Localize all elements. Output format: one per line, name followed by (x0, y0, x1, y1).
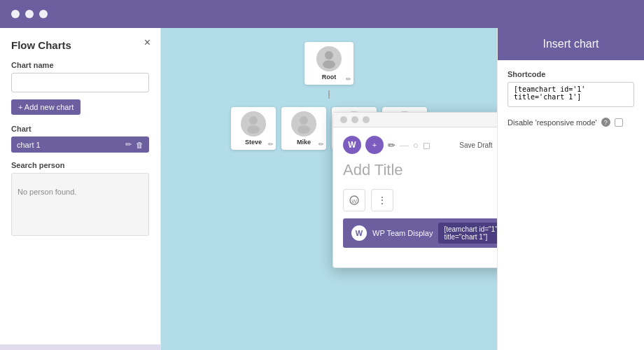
svg-point-3 (247, 125, 260, 134)
org-root-node: Root ✏ (304, 42, 354, 85)
org-root-name: Root (309, 74, 349, 80)
close-icon[interactable]: × (144, 36, 150, 49)
org-node-root: Root ✏ (304, 42, 354, 85)
right-panel-body: Shortcode [teamchart id='1' title='chart… (498, 60, 644, 136)
wp-td-icon: W (351, 225, 367, 241)
window-dot-2 (25, 10, 34, 18)
org-child-name-0: Steve (235, 139, 272, 146)
sidebar-bottom-bar (0, 344, 160, 350)
delete-chart-icon[interactable]: 🗑 (136, 141, 144, 149)
chart-name-label: Chart name (11, 61, 149, 69)
edit-chart-icon[interactable]: ✏ (125, 140, 132, 149)
wp-block-btn-1[interactable]: W (343, 189, 365, 211)
wp-save-draft[interactable]: Save Draft (459, 141, 492, 149)
chart-selected-name: chart 1 (17, 141, 41, 149)
wp-add-icon[interactable]: + (365, 136, 384, 154)
wp-toolbar-square: ◻ (423, 140, 430, 150)
svg-point-0 (325, 51, 333, 59)
org-avatar-1 (291, 111, 316, 136)
add-new-chart-button[interactable]: + Add new chart (11, 99, 80, 115)
org-edit-icon-root[interactable]: ✏ (346, 76, 351, 83)
svg-point-2 (249, 116, 258, 125)
wp-td-shortcode: [teamchart id="1" title="chart 1"] (438, 223, 497, 244)
wp-td-label: WP Team Display (372, 229, 433, 237)
svg-point-5 (298, 125, 310, 134)
top-bar (0, 0, 644, 28)
svg-point-1 (323, 60, 335, 69)
preview-area: Root ✏ Steve ✏ Mike (161, 28, 497, 350)
org-node-0: Steve ✏ (231, 107, 276, 150)
rp-responsive-row: Disable 'responsive mode' ? (507, 118, 634, 127)
rp-shortcode-label: Shortcode (507, 70, 634, 78)
info-icon: ? (601, 118, 610, 127)
right-panel: Insert chart Shortcode [teamchart id='1'… (497, 28, 644, 350)
window-dot-1 (11, 10, 20, 18)
wp-dot-3 (363, 116, 370, 123)
wp-toolbar-sep1: — (400, 140, 409, 150)
sidebar-title: Flow Charts (11, 39, 149, 51)
chart-icons: ✏ 🗑 (125, 140, 144, 149)
org-edit-icon-0[interactable]: ✏ (268, 141, 274, 148)
org-avatar-0 (241, 111, 266, 136)
insert-chart-header: Insert chart (498, 28, 644, 60)
wp-body: W + ✏ — ○ ◻ Save Draft Preview Publish ☰ (333, 127, 497, 267)
svg-text:W: W (351, 198, 357, 204)
wp-teamdisplay-bar: W WP Team Display [teamchart id="1" titl… (343, 218, 497, 248)
search-person-box: No person found. (11, 173, 149, 236)
org-avatar-root (316, 46, 342, 71)
wp-edit-icon[interactable]: ✏ (388, 140, 396, 150)
wp-dot-1 (340, 116, 347, 123)
chart-name-input[interactable] (11, 73, 149, 92)
wp-dot-2 (351, 116, 358, 123)
wp-block-row: W ⋮ (343, 189, 497, 211)
wp-content-area: W + ✏ — ○ ◻ Save Draft Preview Publish ☰ (333, 127, 497, 267)
sidebar: × Flow Charts Chart name + Add new chart… (0, 28, 161, 350)
rp-shortcode-textarea[interactable]: [teamchart id='1' title='chart 1'] (507, 82, 634, 107)
responsive-checkbox[interactable] (615, 118, 623, 127)
no-person-text: No person found. (18, 188, 143, 196)
search-person-label: Search person (11, 161, 149, 169)
chart-label: Chart (11, 125, 149, 133)
wp-toolbar: W + ✏ — ○ ◻ Save Draft Preview Publish ☰ (343, 136, 497, 154)
wp-title-input[interactable]: Add Title (343, 161, 497, 179)
org-child-name-1: Mike (286, 139, 322, 146)
wp-toolbar-circle: ○ (413, 140, 419, 150)
wp-editor-topbar (333, 113, 497, 127)
wp-editor: W + ✏ — ○ ◻ Save Draft Preview Publish ☰ (332, 112, 497, 268)
org-node-1: Mike ✏ (281, 107, 326, 150)
svg-point-4 (300, 116, 308, 125)
window-dot-3 (39, 10, 48, 18)
org-edit-icon-1[interactable]: ✏ (318, 141, 324, 148)
chart-select-row[interactable]: chart 1 ✏ 🗑 (11, 136, 149, 153)
org-connector-vertical (328, 90, 330, 99)
main-area: × Flow Charts Chart name + Add new chart… (0, 28, 644, 350)
wp-logo-icon: W (343, 136, 361, 154)
wp-block-btn-2[interactable]: ⋮ (371, 189, 393, 211)
